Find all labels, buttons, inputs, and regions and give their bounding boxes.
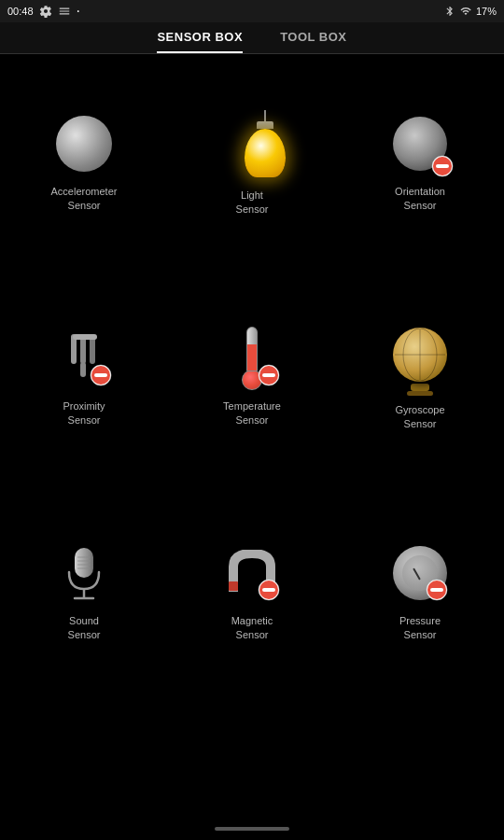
tab-bar: SENSOR BOX TOOL BOX [0, 22, 504, 54]
status-right: 17% [444, 6, 497, 17]
pressure-label: Pressure Sensor [399, 614, 441, 643]
temperature-icon [218, 325, 286, 392]
light-label: Light Sensor [236, 189, 269, 217]
tab-tool-box[interactable]: TOOL BOX [280, 30, 346, 53]
sensor-sound[interactable]: Sound Sensor [0, 483, 168, 698]
bluetooth-icon [444, 6, 455, 17]
sensor-light[interactable]: Light Sensor [168, 54, 336, 269]
no-entry-proximity-icon [90, 364, 112, 386]
sensor-magnetic[interactable]: Magnetic Sensor [168, 483, 336, 698]
status-time: 00:48 [7, 6, 34, 17]
globe-shape [393, 328, 447, 382]
sensor-grid: Accelerometer Sensor Light Sensor [0, 54, 504, 698]
bulb-cap [257, 121, 273, 129]
orientation-label: Orientation Sensor [395, 185, 445, 214]
globe-stand [411, 384, 429, 391]
sound-icon [50, 539, 118, 607]
accelerometer-icon [50, 110, 118, 177]
svg-rect-7 [80, 362, 86, 377]
tab-sensor-box[interactable]: SENSOR BOX [157, 30, 243, 53]
svg-rect-13 [262, 373, 275, 377]
bulb-wire [264, 110, 266, 121]
svg-rect-31 [430, 588, 443, 592]
status-left: 00:48 · [7, 4, 80, 19]
svg-rect-10 [94, 373, 107, 377]
sensor-temperature[interactable]: Temperature Sensor [168, 269, 336, 483]
sensor-gyroscope[interactable]: Gyroscope Sensor [336, 269, 504, 483]
accelerometer-label: Accelerometer Sensor [51, 185, 118, 214]
status-bar: 00:48 · 17% [0, 0, 504, 22]
therm-fill [247, 344, 257, 371]
menu-icon [58, 5, 71, 18]
sensor-pressure[interactable]: Pressure Sensor [336, 483, 504, 698]
no-entry-pressure-icon [426, 579, 448, 601]
magnetic-icon [218, 539, 286, 607]
magnetic-label: Magnetic Sensor [231, 614, 273, 643]
svg-rect-24 [229, 581, 238, 591]
light-icon [218, 106, 286, 181]
svg-rect-17 [75, 548, 93, 578]
globe-lines [393, 328, 447, 382]
gauge-needle [413, 567, 421, 580]
globe-base [407, 391, 433, 396]
svg-rect-28 [262, 588, 275, 592]
bulb-shape [245, 110, 286, 177]
sensor-orientation[interactable]: Orientation Sensor [336, 54, 504, 269]
gyroscope-label: Gyroscope Sensor [395, 403, 444, 432]
temperature-label: Temperature Sensor [223, 399, 281, 428]
dot-indicator: · [77, 4, 80, 19]
sound-label: Sound Sensor [68, 614, 101, 643]
pressure-icon [386, 539, 454, 607]
no-entry-magnetic-icon [258, 579, 280, 601]
no-entry-temperature-icon [258, 364, 280, 386]
sensor-proximity[interactable]: Proximity Sensor [0, 269, 168, 483]
orientation-icon [386, 110, 454, 177]
bottom-home-bar[interactable] [215, 827, 289, 831]
wifi-icon [459, 6, 472, 17]
proximity-icon [50, 325, 118, 392]
sphere-shape [56, 116, 112, 172]
settings-icon [39, 5, 52, 18]
microphone-shape [60, 544, 108, 602]
gyroscope-icon [386, 321, 454, 396]
bulb-body [245, 129, 286, 177]
svg-rect-2 [436, 164, 449, 168]
no-entry-icon [431, 155, 454, 177]
sensor-accelerometer[interactable]: Accelerometer Sensor [0, 54, 168, 269]
battery-percent: 17% [476, 6, 497, 17]
svg-rect-6 [73, 334, 97, 340]
proximity-label: Proximity Sensor [63, 399, 105, 428]
therm-tube [246, 327, 258, 371]
